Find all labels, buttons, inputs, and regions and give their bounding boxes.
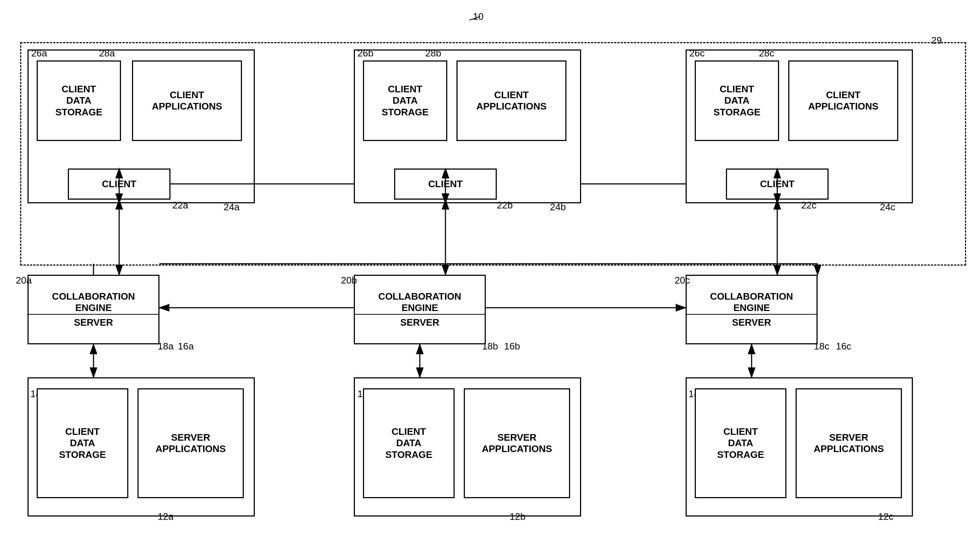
ref-24a: 24a [224,201,239,213]
client-data-storage-bottom-a: CLIENTDATASTORAGE [37,388,128,498]
server-applications-c: SERVERAPPLICATIONS [795,388,902,498]
server-c: COLLABORATIONENGINE SERVER [686,275,818,344]
ref-20a: 20a [16,275,32,286]
client-data-storage-c: CLIENTDATASTORAGE [695,60,779,141]
client-data-storage-bottom-c: CLIENTDATASTORAGE [695,388,786,498]
client-data-storage-bottom-b: CLIENTDATASTORAGE [363,388,455,498]
server-applications-a: SERVERAPPLICATIONS [137,388,244,498]
ref-28c: 28c [759,48,774,59]
client-applications-b: CLIENTAPPLICATIONS [457,60,566,141]
ref-16a: 16a [178,341,194,352]
client-applications-a: CLIENTAPPLICATIONS [132,60,242,141]
ref-26c: 26c [689,48,705,59]
ref-26b: 26b [358,48,373,59]
ref-24b: 24b [550,201,566,213]
diagram-container: 10 29 26a 28a 24a CLIENTDATASTORAGE CLIE… [0,0,980,533]
client-data-storage-b: CLIENTDATASTORAGE [363,60,447,141]
ref-22b: 22b [497,200,512,211]
ref-18c: 18c [814,341,829,352]
server-b: COLLABORATIONENGINE SERVER [354,275,486,344]
ref-18b: 18b [482,341,498,352]
ref-20c: 20c [675,275,690,286]
ref-12c: 12c [878,511,894,522]
ref-28a: 28a [99,48,115,59]
server-a: COLLABORATIONENGINE SERVER [27,275,159,344]
ref-20b: 20b [341,275,357,286]
ref-10: 10 [473,11,484,22]
client-applications-c: CLIENTAPPLICATIONS [788,60,898,141]
client-data-storage-a: CLIENTDATASTORAGE [37,60,121,141]
ref-18a: 18a [158,341,173,352]
ref-16c: 16c [836,341,851,352]
server-applications-b: SERVERAPPLICATIONS [464,388,570,498]
ref-22a: 22a [172,200,188,211]
ref-26a: 26a [31,48,47,59]
ref-12b: 12b [510,511,525,522]
ref-12a: 12a [158,511,173,522]
ref-28b: 28b [425,48,441,59]
client-b: CLIENT [394,168,497,200]
ref-22c: 22c [801,200,816,211]
client-a: CLIENT [68,168,170,200]
ref-24c: 24c [880,201,895,213]
client-c: CLIENT [726,168,829,200]
ref-16b: 16b [504,341,520,352]
